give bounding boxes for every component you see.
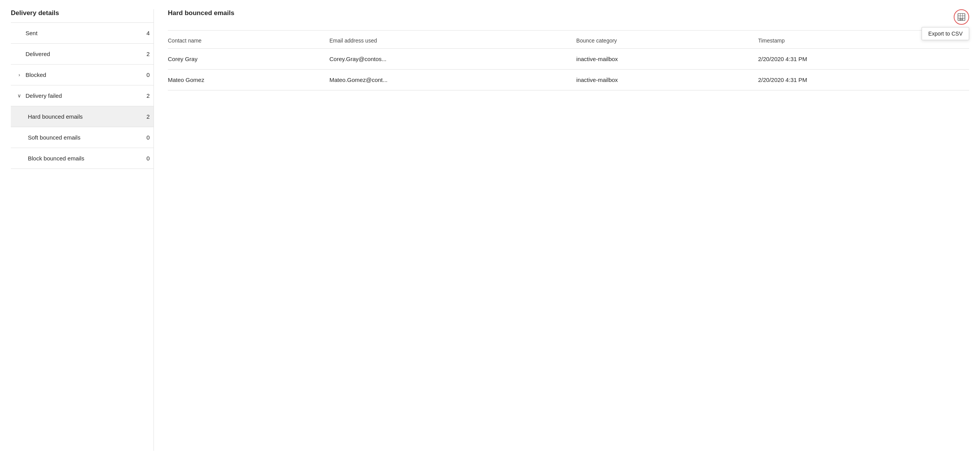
delivery-row-value-hard-bounced: 2 [140,113,150,120]
right-panel: Hard bounced emails CSV Export [154,9,969,451]
delivery-row-label-blocked: Blocked [24,72,140,78]
cell-bounce_category-0: inactive-mailbox [576,49,758,70]
export-tooltip: Export to CSV [922,27,969,40]
table-header: Contact nameEmail address usedBounce cat… [168,31,969,49]
table-row: Mateo GomezMateo.Gomez@cont...inactive-m… [168,70,969,90]
cell-email_address-0: Corey.Gray@contos... [330,49,576,70]
export-csv-button[interactable]: CSV [954,9,969,25]
right-panel-title: Hard bounced emails [168,9,234,17]
svg-text:CSV: CSV [960,18,964,20]
hard-bounced-table: Contact nameEmail address usedBounce cat… [168,31,969,90]
delivery-row-label-delivered: Delivered [24,51,140,57]
cell-timestamp-1: 2/20/2020 4:31 PM [758,70,969,90]
delivery-row-delivery-failed[interactable]: ∨Delivery failed2 [11,85,154,106]
export-icon: CSV [958,13,965,21]
delivery-row-sent[interactable]: Sent4 [11,23,154,44]
export-area: CSV Export to CSV [954,9,969,25]
delivery-rows-container: Sent4Delivered2›Blocked0∨Delivery failed… [11,23,154,169]
left-panel: Delivery details Sent4Delivered2›Blocked… [11,9,154,451]
delivery-row-soft-bounced[interactable]: Soft bounced emails0 [11,127,154,148]
delivery-row-blocked[interactable]: ›Blocked0 [11,65,154,85]
delivery-row-label-delivery-failed: Delivery failed [24,92,140,99]
chevron-icon-delivery-failed[interactable]: ∨ [15,93,24,99]
delivery-row-value-delivery-failed: 2 [140,92,150,99]
csv-icon-svg: CSV [958,13,965,21]
delivery-row-value-blocked: 0 [140,72,150,78]
delivery-row-label-block-bounced: Block bounced emails [28,155,140,162]
delivery-row-value-delivered: 2 [140,51,150,57]
delivery-row-value-block-bounced: 0 [140,155,150,162]
delivery-row-label-hard-bounced: Hard bounced emails [28,113,140,120]
cell-contact_name-0: Corey Gray [168,49,330,70]
delivery-row-value-soft-bounced: 0 [140,134,150,141]
table-body: Corey GrayCorey.Gray@contos...inactive-m… [168,49,969,90]
col-header-bounce_category: Bounce category [576,31,758,49]
delivery-row-label-soft-bounced: Soft bounced emails [28,134,140,141]
cell-bounce_category-1: inactive-mailbox [576,70,758,90]
delivery-row-delivered[interactable]: Delivered2 [11,44,154,65]
cell-email_address-1: Mateo.Gomez@cont... [330,70,576,90]
col-header-contact_name: Contact name [168,31,330,49]
right-panel-header: Hard bounced emails CSV Export [168,9,969,31]
cell-timestamp-0: 2/20/2020 4:31 PM [758,49,969,70]
delivery-row-hard-bounced[interactable]: Hard bounced emails2 [11,106,154,127]
delivery-row-value-sent: 4 [140,30,150,36]
table-header-row: Contact nameEmail address usedBounce cat… [168,31,969,49]
table-row: Corey GrayCorey.Gray@contos...inactive-m… [168,49,969,70]
col-header-email_address: Email address used [330,31,576,49]
left-panel-title: Delivery details [11,9,154,23]
delivery-row-label-sent: Sent [24,30,140,36]
chevron-icon-blocked[interactable]: › [15,72,24,78]
delivery-row-block-bounced[interactable]: Block bounced emails0 [11,148,154,169]
cell-contact_name-1: Mateo Gomez [168,70,330,90]
